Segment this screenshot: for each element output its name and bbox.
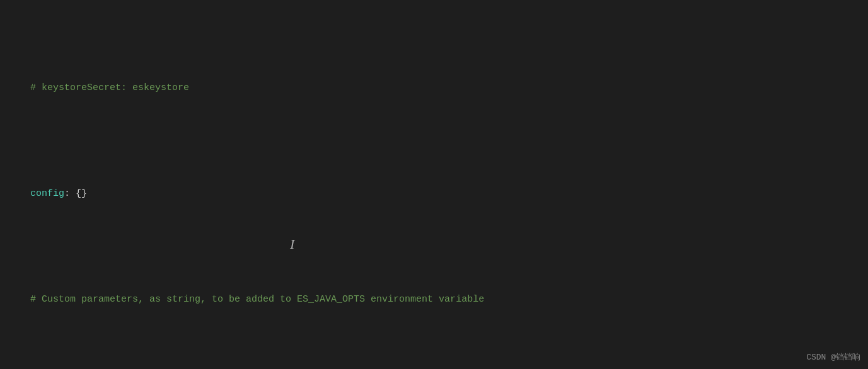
- comment-keystoresecret: # keystoreSecret: eskeystore: [30, 82, 189, 93]
- watermark: CSDN @铛铛响: [806, 351, 860, 363]
- value-config: : {}: [64, 188, 87, 199]
- key-config: config: [30, 188, 64, 199]
- line-2: config: {}: [8, 171, 860, 217]
- line-3: # Custom parameters, as string, to be ad…: [8, 277, 860, 322]
- line-1: # keystoreSecret: eskeystore: [8, 65, 860, 111]
- code-editor: # keystoreSecret: eskeystore config: {} …: [0, 0, 868, 369]
- mouse-cursor-ibeam: I: [290, 233, 294, 255]
- comment-custom-params: # Custom parameters, as string, to be ad…: [30, 294, 484, 305]
